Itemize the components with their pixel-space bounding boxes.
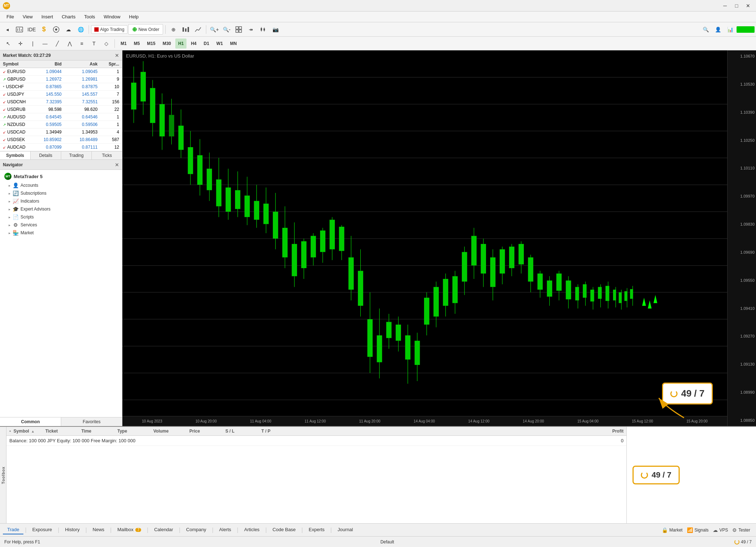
signal-chart-button[interactable]: 📊 xyxy=(724,24,736,35)
list-item[interactable]: ↙ AUDCAD 0.87099 0.87111 12 xyxy=(0,144,122,151)
tf-d1[interactable]: D1 xyxy=(201,39,212,49)
market-status-signals[interactable]: 📶 Signals xyxy=(687,527,708,533)
menu-charts[interactable]: Charts xyxy=(58,13,79,21)
menu-help[interactable]: Help xyxy=(125,13,142,21)
nav-item-indicators[interactable]: ▸ 📈 Indicators xyxy=(0,197,122,205)
tf-m30[interactable]: M30 xyxy=(160,39,174,49)
menu-window[interactable]: Window xyxy=(100,13,124,21)
toolbar-btn-line[interactable] xyxy=(192,24,204,35)
toolbar-btn-globe[interactable]: 🌐 xyxy=(75,24,86,35)
tab-experts[interactable]: Experts xyxy=(305,525,329,534)
algo-trading-button[interactable]: Algo Trading xyxy=(91,25,127,34)
menu-view[interactable]: View xyxy=(19,13,36,21)
tab-exposure[interactable]: Exposure xyxy=(28,525,57,534)
search-button[interactable]: 🔍 xyxy=(700,24,711,35)
nav-item-services[interactable]: ▸ ⚙ Services xyxy=(0,221,122,229)
list-item[interactable]: ↗ AUDUSD 0.64545 0.64546 1 xyxy=(0,113,122,121)
market-status-tester[interactable]: ⚙ Tester xyxy=(732,527,750,533)
close-button[interactable]: ✕ xyxy=(743,1,753,11)
nav-item-accounts[interactable]: ▸ 👤 Accounts xyxy=(0,181,122,189)
tab-favorites[interactable]: Favorites xyxy=(61,417,122,426)
toolbar-btn-radio[interactable] xyxy=(50,24,62,35)
market-status-vps[interactable]: ☁ VPS xyxy=(713,527,728,533)
crosshair-tool[interactable]: ✛ xyxy=(15,38,26,49)
list-item[interactable]: ↙ USDSEK 10.85902 10.86489 587 xyxy=(0,136,122,144)
text-tool[interactable]: T xyxy=(89,38,99,49)
expand-icon[interactable]: ▸ xyxy=(9,184,10,187)
toolbar-btn-screenshot[interactable]: 📷 xyxy=(270,24,281,35)
minimize-button[interactable]: ─ xyxy=(720,1,730,11)
tab-history[interactable]: History xyxy=(61,525,84,534)
list-item[interactable]: ↙ USDCNH 7.32395 7.32551 156 xyxy=(0,98,122,106)
tab-mailbox[interactable]: Mailbox 7 xyxy=(113,525,145,534)
nav-item-expert-advisors[interactable]: ▸ 🎓 Expert Advisors xyxy=(0,205,122,213)
title-bar-controls[interactable]: ─ □ ✕ xyxy=(720,1,753,11)
tf-mn[interactable]: MN xyxy=(227,39,240,49)
expand-icon[interactable]: ▸ xyxy=(9,191,10,195)
toolbox-tab[interactable]: Toolbox xyxy=(0,427,6,523)
toolbar-btn-bars[interactable] xyxy=(180,24,192,35)
tab-company[interactable]: Company xyxy=(182,525,211,534)
navigator-close[interactable]: ✕ xyxy=(115,162,119,168)
toolbar-btn-crosshair[interactable]: ⊕ xyxy=(168,24,179,35)
zoom-out-button[interactable]: 🔍- xyxy=(221,24,232,35)
scroll-right-button[interactable]: ↠ xyxy=(245,24,257,35)
list-item[interactable]: • USDCHF 0.87865 0.87875 10 xyxy=(0,83,122,91)
expand-icon[interactable]: ▸ xyxy=(9,231,10,235)
tab-trade[interactable]: Trade xyxy=(3,525,23,534)
tab-ticks[interactable]: Ticks xyxy=(92,152,122,159)
tab-calendar[interactable]: Calendar xyxy=(150,525,177,534)
toolbar-btn-candles[interactable] xyxy=(257,24,269,35)
trend-line-tool[interactable]: ╱ xyxy=(52,38,63,49)
channel-tool[interactable]: ≡ xyxy=(76,38,87,49)
nav-item-market[interactable]: ▸ 🏪 Market xyxy=(0,229,122,237)
menu-insert[interactable]: Insert xyxy=(38,13,57,21)
list-item[interactable]: ↙ USDCAD 1.34949 1.34953 4 xyxy=(0,128,122,136)
shape-tool[interactable]: ◇ xyxy=(101,38,112,49)
list-item[interactable]: ↙ USDJPY 145.550 145.557 7 xyxy=(0,91,122,98)
polyline-tool[interactable]: ⋀ xyxy=(64,38,75,49)
toolbar-btn-chart[interactable] xyxy=(14,24,25,35)
tf-m1[interactable]: M1 xyxy=(118,39,130,49)
tab-codebase[interactable]: Code Base xyxy=(268,525,300,534)
tf-h1[interactable]: H1 xyxy=(175,39,186,49)
menu-tools[interactable]: Tools xyxy=(81,13,99,21)
back-button[interactable]: ◂ xyxy=(1,24,13,35)
tab-alerts[interactable]: Alerts xyxy=(215,525,235,534)
expand-icon[interactable]: ▸ xyxy=(9,207,10,211)
list-item[interactable]: ↙ USDRUB 98.598 98.620 22 xyxy=(0,106,122,113)
toolbar-btn-dollar[interactable]: $ xyxy=(38,24,50,35)
toolbar-btn-cloud[interactable]: ☁ xyxy=(63,24,74,35)
tab-trading[interactable]: Trading xyxy=(61,152,92,159)
toolbar-btn-ide[interactable]: IDE xyxy=(26,24,37,35)
horizontal-line-tool[interactable]: — xyxy=(40,38,50,49)
market-status-market[interactable]: 🔒 Market xyxy=(662,527,683,533)
maximize-button[interactable]: □ xyxy=(732,1,742,11)
tf-w1[interactable]: W1 xyxy=(213,39,226,49)
chart-grid-button[interactable] xyxy=(233,24,244,35)
list-item[interactable]: ↗ NZDUSD 0.59505 0.59506 1 xyxy=(0,121,122,128)
nav-item-scripts[interactable]: ▸ 📄 Scripts xyxy=(0,213,122,221)
vertical-line-tool[interactable]: | xyxy=(27,38,38,49)
tf-m15[interactable]: M15 xyxy=(144,39,158,49)
menu-file[interactable]: File xyxy=(3,13,18,21)
tab-details[interactable]: Details xyxy=(31,152,61,159)
tf-m5[interactable]: M5 xyxy=(131,39,143,49)
expand-icon[interactable]: ▸ xyxy=(9,199,10,203)
expand-icon[interactable]: ▸ xyxy=(9,215,10,219)
tab-news[interactable]: News xyxy=(88,525,109,534)
tab-articles[interactable]: Articles xyxy=(240,525,264,534)
account-button[interactable]: 👤 xyxy=(712,24,724,35)
expand-icon[interactable]: ▸ xyxy=(9,223,10,227)
new-order-button[interactable]: ⊕ New Order xyxy=(128,24,163,35)
tab-journal[interactable]: Journal xyxy=(333,525,357,534)
navigator-root[interactable]: MT MetaTrader 5 xyxy=(0,171,122,181)
tf-h4[interactable]: H4 xyxy=(188,39,199,49)
zoom-in-button[interactable]: 🔍+ xyxy=(208,24,220,35)
list-item[interactable]: ↙ EURUSD 1.09044 1.09045 1 xyxy=(0,68,122,76)
tab-symbols[interactable]: Symbols xyxy=(0,152,31,159)
nav-item-subscriptions[interactable]: ▸ 🔄 Subscriptions xyxy=(0,189,122,197)
tab-common[interactable]: Common xyxy=(0,417,61,426)
list-item[interactable]: ↗ GBPUSD 1.26972 1.26981 9 xyxy=(0,76,122,83)
market-watch-close[interactable]: ✕ xyxy=(115,53,119,58)
